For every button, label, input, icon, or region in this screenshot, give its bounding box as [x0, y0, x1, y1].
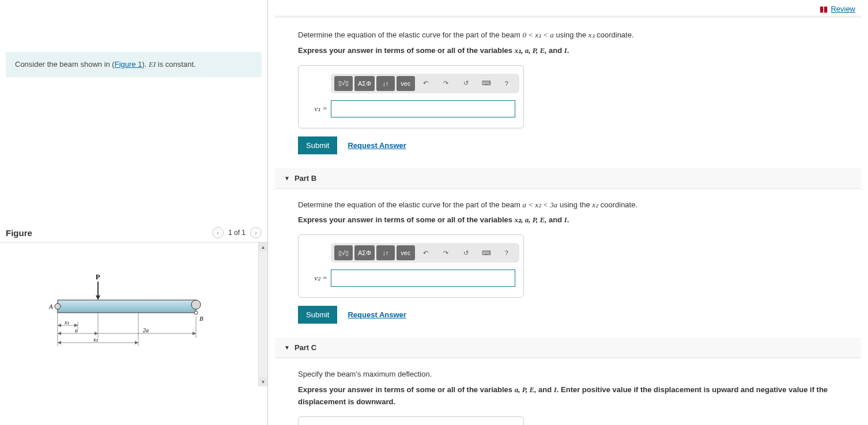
part-b-answer-box: ▯√▯ ΑΣΦ ↓↑ vec ↶ ↷ ↺ ⌨ ? v₂ = — [298, 234, 524, 298]
part-a-var-label: v₁ = — [307, 104, 327, 113]
help-button[interactable]: ? — [497, 245, 516, 260]
figure-prev-button[interactable]: ‹ — [212, 227, 224, 238]
templates-button[interactable]: ▯√▯ — [334, 76, 353, 91]
figure-nav: ‹ 1 of 1 › — [212, 227, 262, 238]
greek-button[interactable]: ΑΣΦ — [354, 76, 375, 91]
right-panel: ▮▮ Review Determine the equation of the … — [268, 0, 868, 425]
part-a-answer-box: ▯√▯ ΑΣΦ ↓↑ vec ↶ ↷ ↺ ⌨ ? v₁ = — [298, 65, 524, 128]
scroll-down-icon[interactable]: ▼ — [259, 377, 267, 386]
svg-rect-0 — [58, 300, 196, 313]
label-a: a — [75, 327, 78, 333]
collapse-icon: ▼ — [284, 175, 290, 181]
intro-text-end: is constant. — [156, 60, 195, 69]
part-c-content: Specify the beam's maximum deflection. E… — [275, 369, 861, 425]
part-b-prompt: Determine the equation of the elastic cu… — [298, 199, 850, 211]
part-b-request-answer-link[interactable]: Request Answer — [348, 310, 406, 319]
label-2a: 2a — [143, 327, 149, 333]
figure-next-button[interactable]: › — [250, 227, 262, 238]
equation-toolbar: ▯√▯ ΑΣΦ ↓↑ vec ↶ ↷ ↺ ⌨ ? — [331, 243, 519, 263]
redo-button[interactable]: ↷ — [437, 76, 455, 91]
review-bar: ▮▮ Review — [275, 0, 861, 16]
part-b-content: Determine the equation of the elastic cu… — [275, 199, 861, 338]
reset-button[interactable]: ↺ — [457, 76, 475, 91]
figure-title: Figure — [6, 228, 32, 238]
subscript-button[interactable]: ↓↑ — [376, 245, 395, 260]
svg-marker-17 — [193, 332, 196, 335]
part-c-instruction: Express your answer in terms of some or … — [298, 384, 850, 408]
left-panel: Consider the beam shown in (Figure 1). E… — [0, 0, 268, 425]
ei-constant: EI — [149, 60, 156, 69]
part-b-submit-button[interactable]: Submit — [298, 306, 337, 324]
intro-text-prefix: Consider the beam shown in ( — [15, 60, 115, 69]
divider-strip — [275, 16, 861, 18]
svg-marker-9 — [58, 324, 61, 327]
svg-marker-13 — [58, 332, 61, 335]
figure-page-indicator: 1 of 1 — [228, 229, 246, 237]
part-a-submit-button[interactable]: Submit — [298, 136, 337, 154]
part-c-heading: Part C — [295, 343, 316, 352]
part-c-answer-box: ▯√▯ ΑΣΦ ↓↑ vec ↶ ↷ ↺ ⌨ ? — [298, 416, 524, 425]
part-a-content: Determine the equation of the elastic cu… — [275, 29, 861, 168]
part-b-var-label: v₂ = — [307, 274, 327, 283]
problem-intro: Consider the beam shown in (Figure 1). E… — [6, 52, 262, 77]
keyboard-button[interactable]: ⌨ — [477, 76, 496, 91]
part-b-answer-input[interactable] — [331, 270, 515, 287]
svg-marker-21 — [58, 341, 61, 344]
svg-point-1 — [55, 303, 61, 309]
part-c-header[interactable]: ▼ Part C — [275, 337, 861, 358]
redo-button[interactable]: ↷ — [437, 245, 455, 260]
help-button[interactable]: ? — [497, 76, 516, 91]
review-link[interactable]: Review — [831, 5, 855, 13]
review-flag-icon: ▮▮ — [820, 5, 828, 13]
svg-marker-14 — [95, 332, 98, 335]
subscript-button[interactable]: ↓↑ — [376, 76, 395, 91]
vector-button[interactable]: vec — [397, 76, 415, 91]
templates-button[interactable]: ▯√▯ — [334, 245, 353, 260]
vector-button[interactable]: vec — [397, 245, 415, 260]
label-x2: x₂ — [93, 336, 99, 343]
label-x1: x₁ — [64, 319, 69, 325]
svg-point-2 — [191, 300, 201, 309]
collapse-icon: ▼ — [284, 344, 290, 351]
figure-scrollbar[interactable]: ▲ ▼ — [258, 242, 267, 386]
figure-header: Figure ‹ 1 of 1 › — [0, 227, 267, 242]
label-B: B — [199, 315, 203, 322]
undo-button[interactable]: ↶ — [417, 245, 435, 260]
figure-area: A B P x₁ a — [0, 242, 267, 386]
greek-button[interactable]: ΑΣΦ — [354, 245, 375, 260]
part-b-header[interactable]: ▼ Part B — [275, 168, 861, 189]
svg-marker-22 — [135, 341, 138, 344]
part-a-answer-input[interactable] — [331, 100, 515, 117]
beam-diagram: A B P x₁ a — [46, 271, 207, 363]
part-b-instruction: Express your answer in terms of some or … — [298, 214, 850, 226]
scroll-up-icon[interactable]: ▲ — [259, 242, 267, 252]
svg-point-3 — [194, 311, 198, 314]
label-P: P — [96, 273, 100, 281]
figure-link[interactable]: Figure 1 — [115, 60, 142, 69]
label-A: A — [48, 303, 53, 310]
svg-marker-5 — [96, 295, 100, 300]
part-a-instruction: Express your answer in terms of some or … — [298, 45, 850, 57]
part-a-request-answer-link[interactable]: Request Answer — [348, 141, 406, 150]
part-a-prompt: Determine the equation of the elastic cu… — [298, 29, 850, 41]
intro-text-suffix: ). — [142, 60, 149, 69]
undo-button[interactable]: ↶ — [417, 76, 435, 91]
part-c-prompt: Specify the beam's maximum deflection. — [298, 369, 850, 381]
part-b-heading: Part B — [295, 174, 316, 183]
reset-button[interactable]: ↺ — [457, 245, 475, 260]
equation-toolbar: ▯√▯ ΑΣΦ ↓↑ vec ↶ ↷ ↺ ⌨ ? — [331, 74, 519, 93]
keyboard-button[interactable]: ⌨ — [477, 245, 496, 260]
